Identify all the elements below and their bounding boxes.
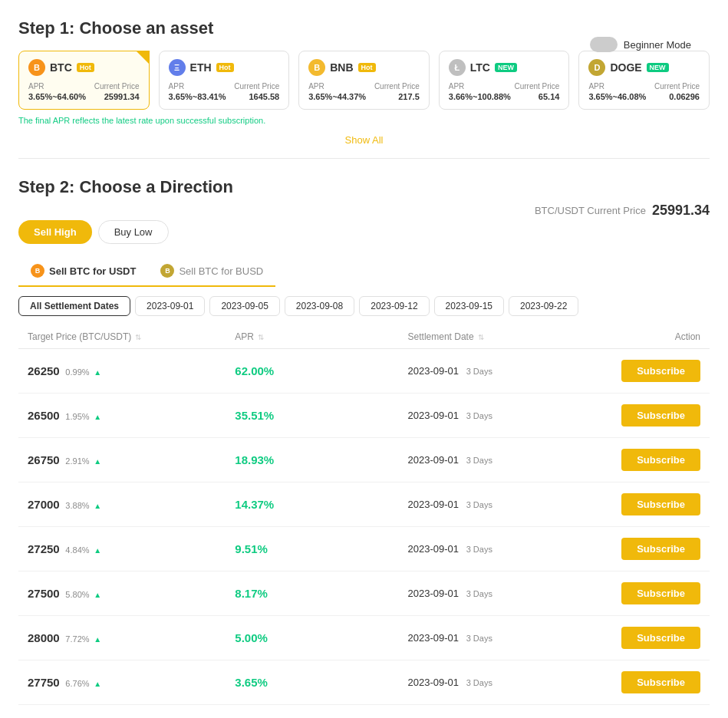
settlement-date: 2023-09-01 [408, 632, 460, 644]
target-price-header[interactable]: Target Price (BTC/USDT) ⇅ [28, 331, 216, 342]
target-price: 27500 [28, 587, 60, 600]
subscribe-button[interactable]: Subscribe [621, 671, 700, 693]
target-pct: 5.80% [65, 590, 89, 599]
btc-icon: B [28, 59, 45, 76]
subscribe-button[interactable]: Subscribe [621, 627, 700, 649]
settlement-date: 2023-09-01 [408, 499, 460, 510]
settlement-tab-6[interactable]: 2023-09-22 [509, 296, 578, 316]
apr-label: APR [169, 82, 226, 91]
up-arrow-icon: ▲ [94, 546, 101, 555]
up-arrow-icon: ▲ [94, 502, 101, 510]
target-price: 27250 [28, 542, 60, 555]
table-row: 26250 0.99% ▲ 62.00% 2023-09-01 3 Days S… [18, 349, 710, 394]
beginner-mode-label: Beginner Mode [624, 39, 691, 51]
asset-badge: Hot [77, 63, 94, 72]
price-label: Current Price [654, 82, 700, 91]
target-pct: 1.95% [65, 412, 89, 421]
direction-buttons: Sell High Buy Low [18, 220, 233, 244]
current-price-display: BTC/USDT Current Price 25991.34 [535, 203, 710, 219]
ltc-icon: Ł [449, 59, 466, 76]
sell-tab-1[interactable]: B Sell BTC for BUSD [148, 256, 275, 287]
up-arrow-icon: ▲ [94, 635, 101, 644]
apr-header[interactable]: APR ⇅ [235, 331, 389, 342]
settlement-tab-2[interactable]: 2023-09-05 [209, 296, 279, 316]
table-row: 28000 7.72% ▲ 5.00% 2023-09-01 3 Days Su… [18, 616, 710, 660]
apr-value: 8.17% [235, 587, 268, 600]
settlement-days: 3 Days [466, 545, 492, 554]
current-price-value: 25991.34 [652, 203, 710, 219]
apr-label: APR [28, 82, 86, 91]
asset-apr: 3.65%~83.41% [169, 92, 226, 101]
target-price: 26750 [28, 453, 60, 466]
apr-value: 18.93% [235, 453, 274, 466]
apr-disclaimer: The final APR reflects the latest rate u… [18, 116, 710, 125]
apr-label: APR [449, 82, 511, 91]
asset-card-doge[interactable]: D DOGE NEW APR 3.65%~46.08% Current Pric… [578, 51, 710, 110]
subscribe-button[interactable]: Subscribe [621, 360, 700, 382]
price-label: Current Price [234, 82, 279, 91]
settlement-days: 3 Days [466, 500, 492, 509]
sell-tab-icon-1: B [160, 264, 174, 278]
table-row: 27750 6.76% ▲ 3.65% 2023-09-01 3 Days Su… [18, 660, 710, 705]
beginner-mode-toggle[interactable] [590, 37, 618, 52]
subscribe-button[interactable]: Subscribe [621, 404, 700, 427]
target-price: 27750 [28, 676, 60, 689]
asset-apr: 3.65%~46.08% [588, 92, 646, 101]
apr-value: 14.37% [235, 498, 274, 511]
apr-value: 35.51% [235, 409, 274, 422]
price-label: Current Price [94, 82, 140, 91]
target-pct: 4.84% [65, 545, 89, 555]
target-price-sort-icon: ⇅ [135, 333, 141, 341]
target-pct: 6.76% [65, 679, 89, 688]
settlement-date: 2023-09-01 [408, 588, 460, 599]
subscribe-button[interactable]: Subscribe [621, 493, 700, 515]
buy-low-button[interactable]: Buy Low [98, 220, 169, 244]
step1-title: Step 1: Choose an asset [18, 18, 710, 38]
target-price: 27000 [28, 498, 60, 511]
target-pct: 2.91% [65, 456, 89, 466]
asset-badge: NEW [495, 63, 517, 72]
sell-tab-label-1: Sell BTC for BUSD [179, 265, 263, 277]
asset-badge: Hot [358, 63, 376, 72]
target-pct: 3.88% [65, 501, 89, 510]
up-arrow-icon: ▲ [94, 591, 101, 599]
asset-card-btc[interactable]: B BTC Hot APR 3.65%~64.60% Current Price… [18, 51, 150, 110]
asset-symbol: BNB [330, 61, 353, 74]
settlement-days: 3 Days [466, 411, 492, 420]
apr-sort-icon: ⇅ [258, 333, 264, 341]
settlement-tab-5[interactable]: 2023-09-15 [434, 296, 504, 316]
subscribe-button[interactable]: Subscribe [621, 449, 700, 471]
asset-apr: 3.65%~44.37% [308, 92, 366, 101]
asset-card-eth[interactable]: Ξ ETH Hot APR 3.65%~83.41% Current Price… [159, 51, 290, 110]
table-row: 27000 3.88% ▲ 14.37% 2023-09-01 3 Days S… [18, 483, 710, 527]
settlement-tab-1[interactable]: 2023-09-01 [135, 296, 205, 316]
sell-high-button[interactable]: Sell High [18, 220, 92, 244]
target-price: 28000 [28, 631, 60, 644]
asset-badge: NEW [647, 63, 669, 72]
table-row: 27250 4.84% ▲ 9.51% 2023-09-01 3 Days Su… [18, 527, 710, 571]
settlement-date: 2023-09-01 [408, 543, 460, 555]
apr-value: 5.00% [235, 631, 268, 644]
subscribe-button[interactable]: Subscribe [621, 582, 700, 604]
settlement-date-header[interactable]: Settlement Date ⇅ [408, 331, 597, 342]
show-all-button[interactable]: Show All [18, 128, 710, 152]
asset-price: 217.5 [374, 92, 420, 101]
asset-cards-container: B BTC Hot APR 3.65%~64.60% Current Price… [18, 51, 710, 110]
asset-card-ltc[interactable]: Ł LTC NEW APR 3.66%~100.88% Current Pric… [439, 51, 570, 110]
settlement-days: 3 Days [466, 678, 492, 687]
step2-title: Step 2: Choose a Direction [18, 177, 233, 197]
settlement-days: 3 Days [466, 367, 492, 376]
settlement-tab-3[interactable]: 2023-09-08 [285, 296, 354, 316]
settlement-tab-0[interactable]: All Settlement Dates [18, 296, 130, 316]
target-price: 26500 [28, 409, 60, 422]
settlement-tab-4[interactable]: 2023-09-12 [359, 296, 429, 316]
table-row: 27500 5.80% ▲ 8.17% 2023-09-01 3 Days Su… [18, 571, 710, 616]
asset-card-bnb[interactable]: B BNB Hot APR 3.65%~44.37% Current Price… [298, 51, 430, 110]
sell-tab-0[interactable]: B Sell BTC for USDT [18, 256, 148, 287]
apr-value: 3.65% [235, 676, 268, 689]
table-row: 26500 1.95% ▲ 35.51% 2023-09-01 3 Days S… [18, 394, 710, 438]
asset-apr: 3.65%~64.60% [28, 92, 86, 101]
subscribe-button[interactable]: Subscribe [621, 538, 700, 560]
up-arrow-icon: ▲ [94, 413, 101, 421]
settlement-days: 3 Days [466, 456, 492, 465]
